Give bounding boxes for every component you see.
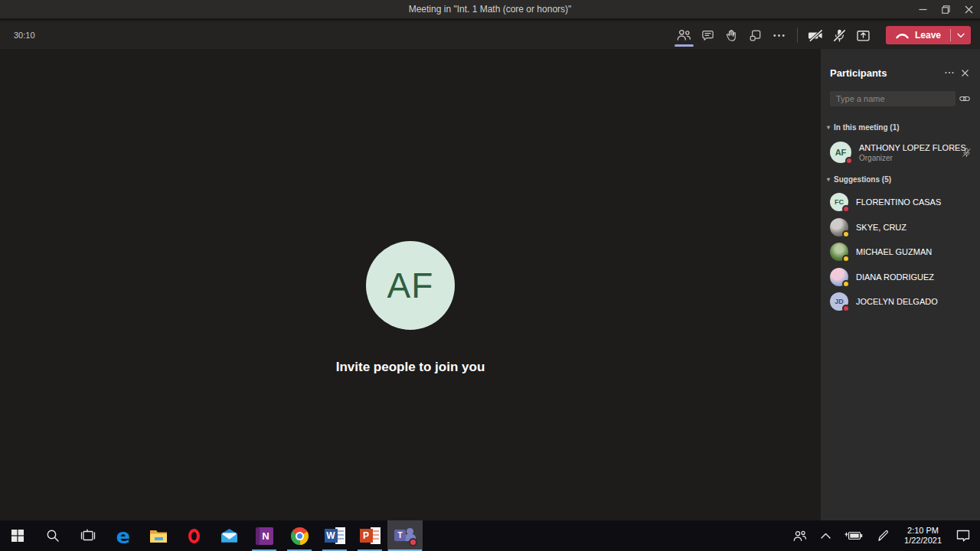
- in-meeting-section-header[interactable]: ▾ In this meeting (1): [827, 123, 971, 132]
- toolbar-icon-group: [672, 23, 791, 47]
- action-center-button[interactable]: [951, 520, 975, 551]
- chrome-icon: [291, 527, 309, 545]
- battery-button[interactable]: [839, 520, 868, 551]
- chevron-down-icon: ▾: [827, 177, 830, 183]
- taskbar-item-file-explorer[interactable]: [141, 520, 176, 551]
- taskbar-search-button[interactable]: [35, 520, 70, 551]
- participant-info: MICHAEL GUZMAN: [856, 247, 932, 256]
- more-options-icon: [944, 67, 955, 78]
- battery-charging-icon: [844, 530, 863, 541]
- taskbar-item-powerpoint[interactable]: P: [352, 520, 387, 551]
- avatar: JD: [830, 292, 848, 311]
- mic-muted-icon: [961, 147, 972, 158]
- edge-icon: e: [116, 526, 130, 546]
- people-icon: [792, 530, 807, 543]
- mic-off-button[interactable]: [828, 23, 851, 47]
- leave-button[interactable]: Leave: [886, 26, 950, 44]
- status-dot: [842, 305, 850, 312]
- pen-button[interactable]: [871, 520, 895, 551]
- teams-status-dot: [409, 538, 417, 546]
- participant-info: FLORENTINO CASAS: [856, 197, 941, 207]
- powerpoint-line: [372, 534, 379, 536]
- system-tray: 2:10 PM 1/22/2021: [787, 520, 980, 551]
- participant-mic-status: [961, 147, 972, 158]
- taskbar-clock[interactable]: 2:10 PM 1/22/2021: [898, 526, 948, 546]
- mail-icon: [220, 529, 238, 543]
- mic-off-icon: [831, 28, 848, 44]
- opera-icon: [188, 529, 200, 543]
- stage-avatar-initials: AF: [387, 265, 434, 306]
- taskbar-item-edge[interactable]: e: [106, 520, 141, 551]
- participant-row[interactable]: JD JOCELYN DELGADO: [830, 289, 972, 315]
- chat-button[interactable]: [696, 23, 720, 47]
- status-dot: [842, 205, 850, 213]
- share-button[interactable]: [851, 23, 875, 47]
- suggestions-label: Suggestions (5): [834, 175, 891, 184]
- action-center-icon: [956, 530, 970, 542]
- meeting-content: AF Invite people to join you Participant…: [0, 49, 980, 520]
- hidden-icons-button[interactable]: [815, 520, 836, 551]
- word-line: [337, 538, 344, 540]
- breakout-rooms-button[interactable]: [743, 23, 767, 47]
- participant-info: DIANA RODRIGUEZ: [856, 272, 934, 282]
- suggestions-section-header[interactable]: ▾ Suggestions (5): [827, 175, 971, 184]
- start-button[interactable]: [0, 520, 35, 551]
- raise-hand-button[interactable]: [720, 23, 743, 47]
- pen-icon: [877, 530, 890, 543]
- status-dot: [842, 255, 850, 262]
- participant-row-organizer[interactable]: AF ANTHONY LOPEZ FLORES Organizer: [830, 139, 972, 166]
- link-icon: [959, 93, 971, 105]
- participant-row[interactable]: FC FLORENTINO CASAS: [830, 190, 972, 215]
- file-explorer-icon: [149, 529, 168, 543]
- tray-people-button[interactable]: [787, 520, 812, 551]
- taskbar-item-opera[interactable]: [176, 520, 211, 551]
- invite-prompt: Invite people to join you: [0, 360, 821, 375]
- panel-more-button[interactable]: [942, 66, 957, 80]
- avatar: AF: [830, 142, 851, 163]
- participants-panel: Participants: [821, 49, 980, 520]
- panel-close-button[interactable]: [957, 66, 972, 80]
- avatar: [830, 243, 848, 261]
- avatar: AF: [366, 241, 455, 330]
- avatar-initials: AF: [835, 148, 847, 157]
- more-options-button[interactable]: [767, 23, 791, 47]
- taskbar-item-teams[interactable]: T: [387, 520, 423, 551]
- meeting-stage: AF Invite people to join you: [0, 49, 821, 520]
- window-title: Meeting in "Int. 1 Math (core or honors)…: [0, 4, 980, 15]
- participant-row[interactable]: DIANA RODRIGUEZ: [830, 265, 972, 290]
- leave-label: Leave: [915, 30, 941, 41]
- suggestions-list: FC FLORENTINO CASAS SKYE, CRUZ MICH: [821, 190, 980, 315]
- taskbar-item-word[interactable]: W: [317, 520, 352, 551]
- participant-info: JOCELYN DELGADO: [856, 297, 938, 306]
- copy-join-link-button[interactable]: [956, 91, 974, 106]
- teams-meeting-window: Meeting in "Int. 1 Math (core or honors)…: [0, 0, 980, 551]
- avatar-initials: JD: [835, 298, 844, 305]
- participants-button[interactable]: [672, 23, 696, 47]
- raise-hand-icon: [724, 28, 739, 43]
- share-screen-icon: [855, 28, 871, 44]
- word-line: [337, 534, 344, 536]
- powerpoint-tile: P: [360, 529, 373, 543]
- people-icon: [676, 28, 691, 43]
- camera-off-button[interactable]: [804, 23, 828, 47]
- participant-row[interactable]: MICHAEL GUZMAN: [830, 240, 972, 265]
- taskbar-item-mail[interactable]: [211, 520, 247, 551]
- more-options-icon: [772, 28, 786, 43]
- panel-title: Participants: [830, 67, 942, 79]
- search-input[interactable]: [830, 91, 956, 106]
- search-icon: [46, 529, 60, 543]
- toolbar-divider: [797, 28, 798, 43]
- powerpoint-line: [372, 538, 379, 540]
- task-view-icon: [80, 529, 96, 543]
- participant-name: MICHAEL GUZMAN: [856, 247, 932, 256]
- participant-row[interactable]: SKYE, CRUZ: [830, 215, 972, 240]
- taskbar-item-onenote[interactable]: N: [247, 520, 282, 551]
- breakout-rooms-icon: [748, 28, 763, 43]
- taskbar-item-chrome[interactable]: [282, 520, 317, 551]
- close-icon: [961, 69, 969, 77]
- meeting-timer: 30:10: [14, 31, 35, 40]
- chevron-down-icon: [957, 33, 965, 38]
- task-view-button[interactable]: [70, 520, 106, 551]
- chevron-up-icon: [821, 533, 831, 539]
- leave-options-button[interactable]: [951, 26, 971, 44]
